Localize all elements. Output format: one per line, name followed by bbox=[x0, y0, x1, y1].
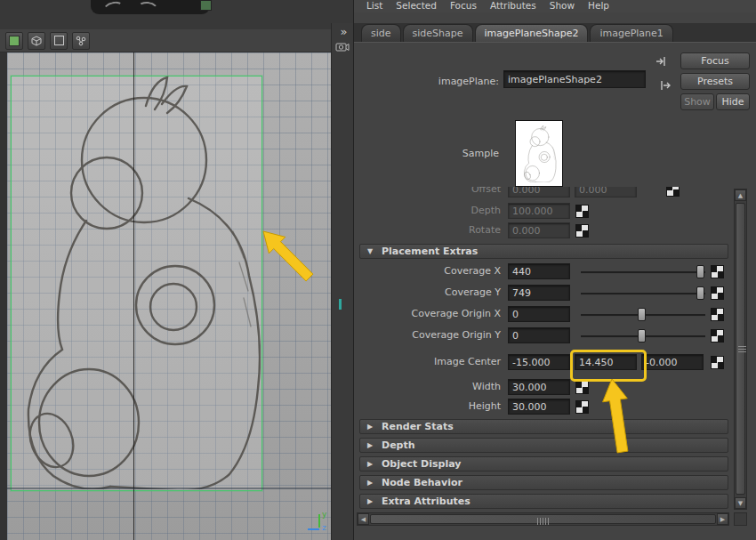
height-row: Height 30.000 bbox=[354, 399, 734, 415]
frame-glyph bbox=[54, 36, 64, 45]
offset-x-field[interactable]: 0.000 bbox=[508, 187, 570, 197]
slider-handle[interactable] bbox=[696, 286, 704, 300]
width-map-button[interactable] bbox=[575, 381, 589, 394]
pin-tab-icon[interactable] bbox=[655, 55, 669, 69]
rotate-field[interactable]: 0.000 bbox=[508, 222, 570, 238]
horizontal-scroll-thumb[interactable] bbox=[370, 514, 716, 524]
connections-icon[interactable] bbox=[72, 32, 90, 50]
section-depth-title: Depth bbox=[382, 439, 415, 451]
vertical-scrollbar[interactable]: ▲ ▼ bbox=[734, 189, 747, 510]
tab-bar: side sideShape imagePlaneShape2 imagePla… bbox=[354, 23, 756, 43]
coverage-x-slider[interactable] bbox=[581, 264, 705, 278]
image-plane-name-field[interactable]: imagePlaneShape2 bbox=[503, 70, 646, 88]
hide-button[interactable]: Hide bbox=[716, 93, 750, 110]
tab-imageplane1[interactable]: imagePlane1 bbox=[590, 24, 672, 42]
section-node-behavior[interactable]: ▶ Node Behavior bbox=[359, 475, 728, 490]
section-render-stats[interactable]: ▶ Render Stats bbox=[359, 419, 728, 434]
offset-map-button[interactable] bbox=[666, 187, 680, 197]
offset-row: Offset 0.000 0.000 bbox=[354, 187, 734, 197]
green-swatch-icon bbox=[9, 36, 20, 46]
menu-item-selected[interactable]: Selected bbox=[396, 0, 437, 12]
expanded-arrow-icon: ▼ bbox=[367, 245, 373, 259]
rotate-row: Rotate 0.000 bbox=[354, 222, 734, 238]
scroll-up-button[interactable]: ▲ bbox=[735, 189, 746, 201]
shelf-chip-icon bbox=[200, 0, 212, 11]
image-center-x-field[interactable]: -15.000 bbox=[508, 354, 570, 370]
menu-item-attributes[interactable]: Attributes bbox=[490, 0, 536, 12]
height-label: Height bbox=[367, 399, 501, 415]
viewport-left-strip bbox=[0, 52, 7, 540]
axis-z-arrow bbox=[308, 528, 319, 530]
thumb-grip bbox=[738, 345, 746, 352]
width-field[interactable]: 30.000 bbox=[508, 379, 570, 395]
image-center-z-field[interactable]: -0.000 bbox=[641, 354, 704, 370]
tab-imageplaneshape2[interactable]: imagePlaneShape2 bbox=[475, 24, 589, 42]
slider-handle[interactable] bbox=[696, 265, 704, 278]
coverage-y-slider[interactable] bbox=[581, 286, 705, 300]
slider-handle[interactable] bbox=[638, 308, 646, 321]
section-extra-attributes[interactable]: ▶ Extra Attributes bbox=[359, 494, 728, 509]
shelf-icon-fragment bbox=[91, 0, 210, 14]
coverage-x-map-button[interactable] bbox=[711, 265, 724, 278]
rotate-map-button[interactable] bbox=[575, 224, 589, 238]
coverage-origin-x-map-button[interactable] bbox=[711, 308, 724, 321]
section-object-display[interactable]: ▶ Object Display bbox=[359, 456, 728, 471]
coverage-x-label: Coverage X bbox=[367, 263, 501, 279]
offset-y-field[interactable]: 0.000 bbox=[575, 187, 637, 197]
coverage-origin-y-map-button[interactable] bbox=[711, 329, 724, 343]
depth-field[interactable]: 100.000 bbox=[508, 203, 570, 219]
height-field[interactable]: 30.000 bbox=[508, 399, 570, 415]
horizontal-scrollbar[interactable]: ◀ ▶ bbox=[357, 512, 729, 526]
coverage-origin-y-field[interactable]: 0 bbox=[508, 327, 570, 343]
vertical-scroll-thumb[interactable] bbox=[736, 203, 745, 495]
depth-label: Depth bbox=[367, 203, 501, 219]
slider-track[interactable] bbox=[581, 293, 705, 295]
focus-button[interactable]: Focus bbox=[680, 52, 750, 69]
collapsed-arrow-icon: ▶ bbox=[367, 457, 373, 471]
collapsed-arrow-icon: ▶ bbox=[367, 476, 373, 490]
scroll-right-button[interactable]: ▶ bbox=[717, 513, 728, 525]
section-placement-extras[interactable]: ▼ Placement Extras bbox=[359, 244, 728, 259]
tab-side[interactable]: side bbox=[361, 24, 401, 42]
menu-item-show[interactable]: Show bbox=[550, 0, 575, 12]
viewport-canvas[interactable] bbox=[7, 52, 331, 540]
collapsed-arrow-icon: ▶ bbox=[367, 420, 373, 434]
scroll-down-button[interactable]: ▼ bbox=[735, 497, 746, 509]
breakout-tab-icon[interactable] bbox=[659, 79, 673, 93]
attributes-scroll-area: Offset 0.000 0.000 Depth 100.000 Rotate … bbox=[354, 187, 734, 510]
coverage-origin-x-row: Coverage Origin X 0 bbox=[354, 306, 734, 322]
scroll-left-button[interactable]: ◀ bbox=[358, 513, 369, 525]
sample-swatch[interactable] bbox=[515, 120, 563, 187]
highlight-box bbox=[570, 350, 647, 382]
section-depth[interactable]: ▶ Depth bbox=[359, 438, 728, 453]
frame-icon[interactable] bbox=[50, 32, 68, 50]
menu-item-help[interactable]: Help bbox=[588, 0, 609, 12]
coverage-origin-x-field[interactable]: 0 bbox=[508, 306, 570, 322]
selection-mask-icon[interactable] bbox=[5, 32, 23, 50]
camera-icon[interactable] bbox=[335, 41, 350, 52]
menu-item-focus[interactable]: Focus bbox=[450, 0, 477, 12]
slider-track[interactable] bbox=[581, 271, 705, 274]
image-center-label: Image Center bbox=[367, 354, 501, 370]
show-button[interactable]: Show bbox=[680, 93, 714, 110]
curve-icon bbox=[136, 0, 159, 18]
collapsed-arrow-icon: ▶ bbox=[367, 439, 373, 453]
rotate-label: Rotate bbox=[367, 222, 501, 238]
coverage-origin-y-label: Coverage Origin Y bbox=[367, 327, 501, 343]
presets-button[interactable]: Presets bbox=[680, 73, 750, 90]
collapsed-arrow-icon: ▶ bbox=[367, 495, 373, 509]
coverage-origin-y-slider[interactable] bbox=[581, 328, 705, 343]
cube-icon[interactable] bbox=[28, 32, 45, 50]
menu-item-list[interactable]: List bbox=[366, 0, 382, 12]
expand-panel-chevron[interactable]: » bbox=[332, 25, 354, 38]
depth-map-button[interactable] bbox=[575, 205, 589, 218]
tab-sideshape[interactable]: sideShape bbox=[403, 24, 473, 42]
coverage-y-field[interactable]: 749 bbox=[508, 285, 570, 301]
height-map-button[interactable] bbox=[575, 400, 589, 414]
coverage-y-map-button[interactable] bbox=[711, 286, 724, 300]
grid-y-axis bbox=[133, 52, 134, 540]
coverage-x-field[interactable]: 440 bbox=[508, 263, 570, 279]
coverage-origin-x-slider[interactable] bbox=[581, 307, 705, 321]
slider-handle[interactable] bbox=[638, 329, 646, 343]
image-center-map-button[interactable] bbox=[711, 356, 724, 369]
